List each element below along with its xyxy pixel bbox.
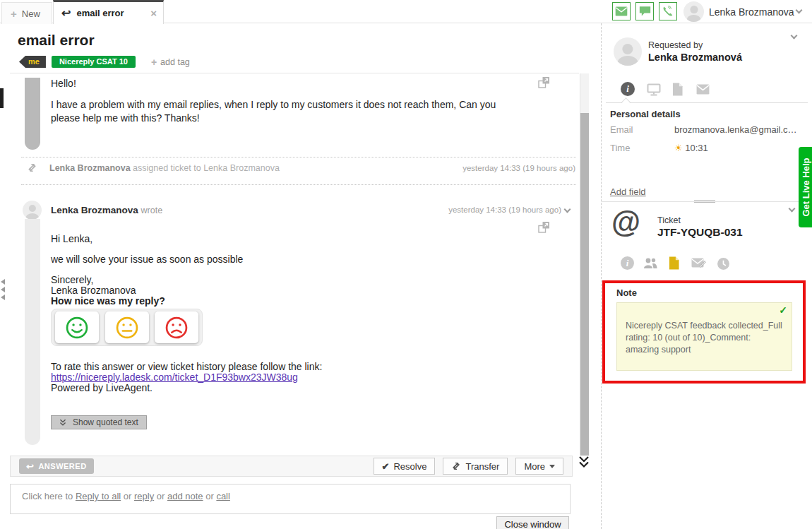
people-icon: [643, 257, 657, 269]
reply-line: Lenka Brozmanova: [51, 285, 136, 296]
email-value: brozmanova.lenka@gmail.c…: [674, 124, 797, 135]
caret-down-icon: [549, 465, 555, 468]
popout-icon: [538, 76, 550, 88]
ticket-tab-history[interactable]: [717, 257, 730, 273]
nicereply-link[interactable]: https://nicereply.ladesk.com/ticket_D1F9…: [51, 372, 298, 383]
transfer-icon: [451, 461, 461, 471]
open-message-button[interactable]: [538, 76, 550, 88]
new-chat-button[interactable]: [635, 2, 654, 20]
close-tab-icon[interactable]: ×: [150, 7, 157, 19]
resolve-label: Resolve: [393, 461, 426, 472]
note-highlight-box: Note ✓ Nicereply CSAT feedback collected…: [602, 280, 806, 384]
user-menu[interactable]: Lenka Brozmanova: [709, 6, 794, 18]
ticket-tab-contacts[interactable]: [643, 257, 657, 272]
thread-scrollbar-thumb[interactable]: [580, 113, 589, 456]
tab-email-error[interactable]: ↩ email error ×: [53, 0, 164, 24]
reply-line: Hi Lenka,: [51, 233, 92, 244]
plus-icon: +: [151, 57, 157, 68]
chevron-down-icon[interactable]: [796, 7, 803, 14]
transfer-button[interactable]: Transfer: [443, 458, 508, 475]
popout-icon: [538, 221, 550, 233]
rating-question: How nice was my reply?: [51, 295, 165, 307]
info-icon: i: [621, 82, 635, 96]
reply-link[interactable]: reply: [134, 491, 154, 501]
time-value: ☀ 10:31: [674, 143, 708, 153]
collapse-panel-handle[interactable]: [1, 277, 5, 302]
tab-new[interactable]: + New: [1, 2, 52, 24]
event-action: assigned ticket to Lenka Brozmanova: [131, 163, 280, 173]
ticket-title: email error: [18, 32, 95, 49]
contact-tab-notes[interactable]: [672, 83, 683, 99]
ticket-tab-info[interactable]: i: [621, 256, 634, 270]
new-call-button[interactable]: [659, 2, 677, 20]
reply-hint-or: or: [154, 491, 167, 501]
close-window-button[interactable]: Close window: [496, 516, 569, 529]
chevron-down-icon[interactable]: [791, 32, 798, 40]
powered-by-text: Powered by LiveAgent.: [51, 382, 153, 393]
email-label: Email: [610, 124, 633, 135]
note-heading: Note: [616, 287, 637, 298]
user-avatar[interactable]: [683, 1, 704, 22]
reply-arrow-icon: ↩: [26, 461, 34, 472]
tab-new-label: New: [22, 8, 40, 19]
ticket-tab-forward[interactable]: [691, 258, 707, 272]
get-live-help-tab[interactable]: Get Live Help: [799, 147, 812, 227]
reply-hint-or: or: [121, 491, 134, 501]
note-icon: [669, 256, 679, 270]
resolve-button[interactable]: ✔ Resolve: [374, 458, 436, 475]
message-timeline-bar: [25, 78, 40, 150]
collapse-thread-button[interactable]: [578, 456, 590, 471]
reply-input-area[interactable]: Click here to Reply to all or reply or a…: [10, 484, 571, 514]
add-tag-button[interactable]: + add tag: [151, 57, 190, 68]
rate-good-button[interactable]: [55, 311, 99, 343]
rate-instruction: To rate this answer or view ticket histo…: [51, 361, 322, 372]
message-timestamp: yesterday 14:33 (19 hours ago): [434, 206, 561, 214]
add-note-link[interactable]: add note: [167, 491, 203, 501]
chevron-down-icon[interactable]: [564, 206, 571, 213]
new-email-button[interactable]: [612, 2, 631, 20]
message-timeline-bar: [25, 219, 40, 445]
contact-tab-sessions[interactable]: [647, 83, 661, 99]
transfer-label: Transfer: [465, 461, 499, 472]
status-badge: ↩ ANSWERED: [19, 458, 94, 474]
tag-nicereply-csat[interactable]: Nicereply CSAT 10: [52, 56, 136, 68]
personal-details-heading: Personal details: [610, 109, 681, 119]
reply-hint-or: or: [203, 491, 217, 501]
rate-bad-button[interactable]: [155, 311, 198, 343]
drag-handle[interactable]: [694, 198, 715, 204]
call-link[interactable]: call: [216, 491, 230, 501]
edge-marker: [0, 88, 4, 108]
reply-hint-prefix: Click here to: [22, 491, 76, 501]
show-quoted-text-button[interactable]: Show quoted text: [51, 415, 147, 429]
mail-edit-icon: [691, 258, 707, 269]
status-label: ANSWERED: [38, 462, 86, 470]
info-icon: i: [621, 256, 634, 270]
double-chevron-down-icon: [578, 456, 590, 468]
ticket-tab-notes-active[interactable]: [669, 256, 679, 273]
add-tag-label: add tag: [160, 57, 190, 67]
dotted-divider: [21, 184, 576, 185]
message-greeting: Hello!: [51, 78, 76, 89]
chevron-left-icon: [1, 287, 5, 292]
live-help-label: Get Live Help: [800, 157, 811, 216]
csat-note[interactable]: ✓ Nicereply CSAT feedback collected_Full…: [616, 302, 792, 371]
chevron-left-icon: [1, 295, 5, 300]
app-window: + New ↩ email error × Lenka Brozma: [0, 0, 812, 529]
at-sign-icon: @: [611, 206, 640, 239]
add-field-link[interactable]: Add field: [610, 186, 646, 197]
reply-arrow-icon: ↩: [61, 8, 71, 19]
active-tab-notch: [621, 97, 631, 107]
contact-tab-tickets[interactable]: [695, 84, 710, 97]
more-button[interactable]: More: [515, 458, 563, 475]
rate-neutral-button[interactable]: [105, 311, 149, 343]
open-message-button[interactable]: [538, 221, 550, 233]
requested-by-label: Requested by: [648, 40, 703, 50]
chevron-down-icon[interactable]: [789, 206, 796, 213]
tag-row: me Nicereply CSAT 10 + add tag: [19, 56, 190, 68]
phone-icon: [662, 6, 674, 17]
tab-bar: + New ↩ email error × Lenka Brozma: [0, 0, 812, 23]
contact-tab-info[interactable]: i: [621, 82, 635, 96]
reply-to-all-link[interactable]: Reply to all: [76, 491, 121, 501]
tag-me[interactable]: me: [19, 56, 46, 68]
time-text: 10:31: [685, 143, 708, 153]
